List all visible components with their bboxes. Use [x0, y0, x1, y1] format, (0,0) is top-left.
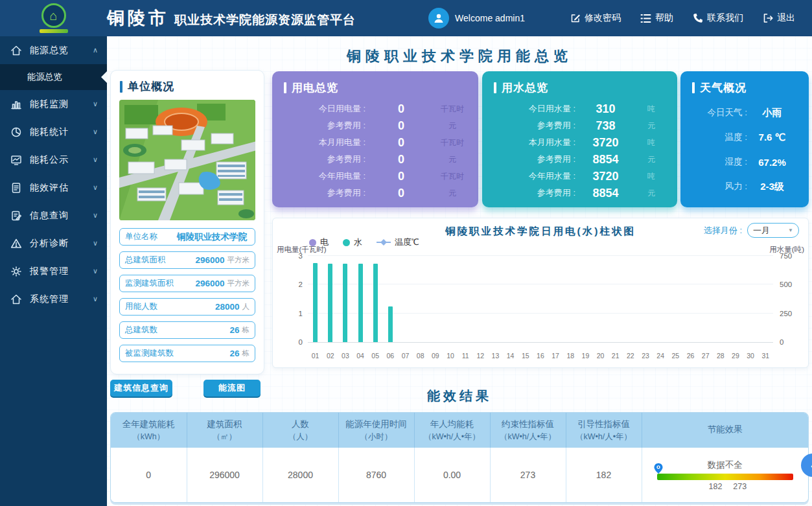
sidebar-item-label: 系统管理	[30, 293, 93, 305]
table-header-cell: 节能效果	[642, 413, 808, 448]
x-axis-label: 21	[608, 352, 623, 360]
line-chart-icon	[10, 154, 23, 166]
right-axis-tick: 750	[780, 252, 792, 260]
sidebar-item-0[interactable]: 能源总览∧	[0, 36, 107, 64]
unit-info-field: 总建筑数 26 栋	[119, 321, 255, 339]
row-value: 小雨	[747, 107, 797, 119]
page-title: 铜陵职业技术学院用能总览	[107, 47, 812, 66]
legend-item[interactable]: 水	[343, 236, 362, 248]
logo-badge	[40, 29, 68, 33]
unit-info-field: 用能人数 28000 人	[119, 298, 255, 316]
legend-item[interactable]: 温度℃	[377, 236, 419, 248]
row-unit: 元	[437, 121, 468, 132]
water-bar-day-03[interactable]	[343, 264, 347, 342]
sidebar-item-8[interactable]: 系统管理∨	[0, 285, 107, 313]
overview-row: 参考费用 : 0 元	[272, 117, 478, 134]
unit-info-field: 监测建筑面积 296000 平方米	[119, 275, 255, 292]
header-action-0[interactable]: 修改密码	[570, 12, 621, 24]
x-axis-label: 03	[338, 352, 353, 360]
header-unit: （kW•h/人•年）	[492, 431, 564, 443]
chart-x-axis-labels: 0102030405060708091011121314151617181920…	[308, 352, 773, 360]
table-cell: 8760	[338, 448, 414, 502]
field-label: 被监测建筑数	[125, 348, 174, 359]
row-value: 67.2%	[747, 157, 797, 168]
city-name: 铜陵市	[107, 6, 169, 30]
sidebar-item-5[interactable]: 信息查询∨	[0, 201, 107, 229]
user-avatar-icon[interactable]	[428, 8, 449, 29]
field-value: 296000	[195, 279, 224, 288]
bar-chart-icon	[10, 98, 23, 110]
table-header-cell: 全年建筑能耗（kWh）	[111, 413, 187, 448]
field-label: 监测建筑面积	[125, 278, 174, 289]
header-action-label: 退出	[777, 12, 795, 24]
welcome-text: Welcome admin1	[455, 13, 525, 23]
x-axis-label: 19	[578, 352, 593, 360]
effect-scale-max: 273	[733, 482, 747, 491]
row-value: 3720	[575, 136, 636, 150]
row-value: 2-3级	[747, 181, 797, 193]
chevron-down-icon: ∨	[93, 295, 98, 303]
chevron-down-icon: ∨	[93, 183, 98, 192]
field-label: 总建筑面积	[125, 255, 166, 266]
row-value: 3720	[575, 170, 636, 183]
gear-icon	[10, 266, 23, 277]
sidebar-item-7[interactable]: 报警管理∨	[0, 257, 107, 285]
header-action-3[interactable]: 退出	[763, 12, 795, 24]
x-axis-label: 01	[308, 352, 323, 360]
main-content: 铜陵职业技术学院用能总览 单位概况	[107, 36, 812, 506]
title-bar-accent	[692, 82, 695, 93]
active-item-arrow	[101, 71, 107, 83]
header-name: 能源年使用时间	[340, 419, 413, 430]
header-name: 节能效果	[644, 424, 807, 435]
chevron-down-icon: ∨	[93, 100, 98, 108]
row-label: 今年用电量 :	[283, 170, 365, 182]
row-value: 7.6 ℃	[747, 132, 797, 143]
x-axis-label: 12	[473, 352, 488, 360]
left-axis-tick: 0	[299, 338, 303, 346]
x-axis-label: 26	[683, 352, 698, 360]
table-data-row: 0 296000 28000 8760 0.00 273 182 数据不全	[111, 448, 808, 502]
overview-row: 今年用电量 : 0 千瓦时	[272, 168, 478, 185]
header-action-2[interactable]: 联系我们	[693, 12, 743, 24]
gridline	[308, 255, 773, 256]
x-axis-label: 18	[563, 352, 578, 360]
water-bar-day-04[interactable]	[358, 264, 363, 342]
water-bar-day-06[interactable]	[388, 306, 393, 342]
sidebar-subitem[interactable]: 能源总览	[0, 64, 107, 90]
header-name: 建筑面积	[189, 419, 261, 430]
left-axis-tick: 3	[299, 252, 303, 260]
header-unit: （kWh）	[112, 431, 185, 443]
sidebar-item-3[interactable]: 能耗公示∨	[0, 146, 107, 174]
header-action-label: 帮助	[655, 12, 673, 24]
field-value: 296000	[195, 255, 224, 265]
sidebar-item-4[interactable]: 能效评估∨	[0, 174, 107, 201]
sidebar-item-2[interactable]: 能耗统计∨	[0, 118, 107, 146]
water-bar-day-02[interactable]	[328, 264, 332, 342]
x-axis-label: 11	[458, 352, 473, 360]
document-icon	[10, 182, 23, 194]
chevron-down-icon: ▼	[788, 227, 793, 233]
x-axis-label: 09	[428, 352, 443, 360]
chart-plot-area: 01230250500750	[308, 256, 773, 343]
row-label: 参考费用 :	[493, 154, 575, 165]
header-unit: （小时）	[340, 431, 413, 443]
sidebar-item-6[interactable]: 分析诊断∨	[0, 229, 107, 257]
edit-document-icon	[10, 210, 23, 222]
right-axis-tick: 0	[780, 338, 783, 346]
header-name: 全年建筑能耗	[112, 419, 185, 430]
water-bar-day-05[interactable]	[373, 264, 378, 342]
saving-effect-cell: 数据不全 182 273	[642, 448, 808, 502]
row-label: 参考费用 :	[493, 120, 575, 132]
home-icon	[10, 293, 23, 305]
right-axis-tick: 500	[780, 281, 792, 288]
month-select[interactable]: 一月 ▼	[747, 223, 799, 238]
overview-row: 参考费用 : 738 元	[482, 117, 677, 134]
sidebar-item-1[interactable]: 能耗监测∨	[0, 90, 107, 118]
row-unit: 千瓦时	[437, 171, 468, 182]
row-value: 0	[365, 136, 437, 150]
chevron-down-icon: ∨	[93, 239, 98, 247]
header-name: 年人均能耗	[416, 419, 489, 430]
water-bar-day-01[interactable]	[313, 263, 318, 342]
x-axis-label: 08	[413, 352, 428, 360]
header-action-1[interactable]: 帮助	[640, 12, 673, 24]
